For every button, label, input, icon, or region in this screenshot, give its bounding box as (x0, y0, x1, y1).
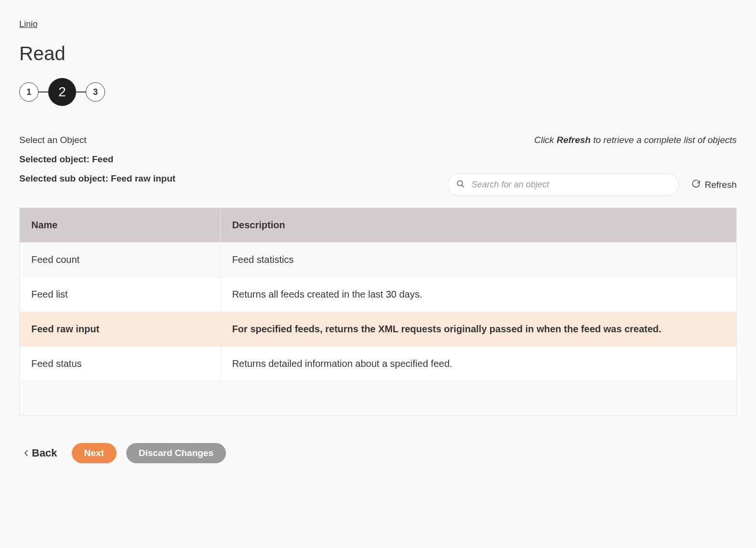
selected-object-line: Selected object: Feed (19, 154, 737, 165)
table-row[interactable]: Feed statusReturns detailed information … (20, 347, 737, 381)
chevron-left-icon (24, 447, 29, 459)
table-row[interactable]: Feed listReturns all feeds created in th… (20, 277, 737, 312)
refresh-hint-prefix: Click (534, 135, 557, 145)
back-button[interactable]: Back (19, 443, 62, 463)
table-row[interactable]: Feed raw inputFor specified feeds, retur… (20, 312, 737, 347)
refresh-icon (691, 179, 701, 191)
table-cell-description: Returns detailed information about a spe… (220, 347, 736, 381)
step-3[interactable]: 3 (86, 82, 105, 102)
page-title: Read (19, 43, 737, 65)
table-cell-name: Feed raw input (20, 312, 221, 347)
step-2[interactable]: 2 (48, 78, 76, 106)
refresh-button[interactable]: Refresh (691, 179, 737, 191)
back-button-label: Back (32, 447, 57, 459)
step-connector (76, 91, 86, 92)
table-row[interactable]: Feed countFeed statistics (20, 243, 737, 277)
step-1[interactable]: 1 (19, 82, 39, 102)
svg-point-0 (458, 181, 463, 186)
refresh-hint: Click Refresh to retrieve a complete lis… (534, 135, 737, 145)
search-input[interactable] (448, 173, 679, 196)
discard-button[interactable]: Discard Changes (126, 443, 226, 463)
table-cell-name: Feed count (20, 243, 221, 277)
table-cell-description: Feed statistics (220, 243, 736, 277)
empty-row (20, 381, 737, 416)
refresh-hint-suffix: to retrieve a complete list of objects (591, 135, 737, 145)
breadcrumb-link[interactable]: Linio (19, 19, 38, 29)
table-cell-description: For specified feeds, returns the XML req… (220, 312, 736, 347)
refresh-button-label: Refresh (704, 180, 737, 190)
section-label: Select an Object (19, 135, 86, 145)
footer-buttons: Back Next Discard Changes (19, 443, 737, 463)
search-icon (456, 180, 465, 190)
stepper: 123 (19, 78, 737, 106)
search-wrapper (448, 173, 679, 196)
svg-line-1 (462, 185, 464, 187)
next-button[interactable]: Next (72, 443, 117, 463)
table-header-description: Description (220, 208, 736, 243)
table-cell-name: Feed status (20, 347, 221, 381)
object-table: Name Description Feed countFeed statisti… (19, 208, 737, 416)
refresh-hint-strong: Refresh (557, 135, 591, 145)
table-cell-description: Returns all feeds created in the last 30… (220, 277, 736, 312)
table-cell-name: Feed list (20, 277, 221, 312)
step-connector (39, 91, 48, 92)
table-header-name: Name (20, 208, 221, 243)
